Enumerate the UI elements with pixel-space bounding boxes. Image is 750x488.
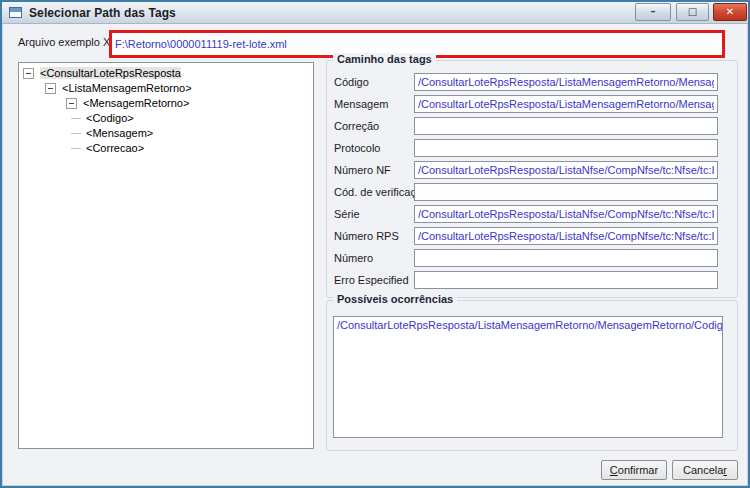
- window-title: Selecionar Path das Tags: [29, 6, 176, 20]
- field-label-correcao: Correção: [334, 120, 379, 132]
- close-button[interactable]: ✕: [713, 3, 747, 21]
- group-caminho-das-tags: Caminho das tags Código Mensagem Correçã…: [326, 60, 738, 298]
- tree-item[interactable]: <Mensagem>: [19, 126, 313, 141]
- minimize-button[interactable]: –: [635, 3, 671, 21]
- tree-item-label: <MensagemRetorno>: [83, 97, 189, 109]
- tree-item-label: <Mensagem>: [86, 127, 153, 139]
- field-label-codigo: Código: [334, 76, 369, 88]
- title-bar[interactable]: Selecionar Path das Tags – □ ✕: [2, 2, 748, 24]
- dialog-selecionar-path-das-tags: Selecionar Path das Tags – □ ✕ Arquivo e…: [0, 0, 750, 488]
- field-label-serie: Série: [334, 208, 360, 220]
- collapse-icon[interactable]: [23, 68, 34, 79]
- field-protocolo[interactable]: [414, 139, 718, 157]
- tree-item-label: <Correcao>: [86, 142, 144, 154]
- collapse-icon[interactable]: [45, 83, 56, 94]
- tree-item[interactable]: <Codigo>: [19, 111, 313, 126]
- cancelar-button[interactable]: Cancelar: [672, 460, 738, 480]
- tree-connector: [71, 118, 81, 119]
- tree-connector: [71, 133, 81, 134]
- field-erro-especified[interactable]: [414, 271, 718, 289]
- field-mensagem[interactable]: [414, 95, 718, 113]
- field-label-protocolo: Protocolo: [334, 142, 380, 154]
- tree-item[interactable]: <ConsultarLoteRpsResposta: [19, 66, 313, 81]
- tree-item-label: <ConsultarLoteRpsResposta: [40, 67, 181, 79]
- tree-item-label: <Codigo>: [86, 112, 134, 124]
- ocorrencias-listbox[interactable]: /ConsultarLoteRpsResposta/ListaMensagemR…: [333, 316, 723, 438]
- field-label-numero-rps: Número RPS: [334, 230, 399, 242]
- arquivo-exemplo-xml-input[interactable]: [112, 33, 722, 55]
- group-title: Possíveis ocorrências: [333, 293, 457, 305]
- field-label-erro-especified: Erro Especified: [334, 274, 409, 286]
- group-title: Caminho das tags: [333, 53, 436, 65]
- field-label-numero: Número: [334, 252, 373, 264]
- group-possiveis-ocorrencias: Possíveis ocorrências /ConsultarLoteRpsR…: [326, 300, 738, 451]
- field-numero[interactable]: [414, 249, 718, 267]
- field-label-mensagem: Mensagem: [334, 98, 388, 110]
- field-correcao[interactable]: [414, 117, 718, 135]
- field-cod-verificacao[interactable]: [414, 183, 718, 201]
- field-codigo[interactable]: [414, 73, 718, 91]
- field-serie[interactable]: [414, 205, 718, 223]
- field-label-numero-nf: Número NF: [334, 164, 391, 176]
- tree-item[interactable]: <ListaMensagemRetorno>: [19, 81, 313, 96]
- tree-item-label: <ListaMensagemRetorno>: [62, 82, 192, 94]
- window-icon: [9, 7, 22, 18]
- field-numero-rps[interactable]: [414, 227, 718, 245]
- tree-connector: [71, 148, 81, 149]
- maximize-button[interactable]: □: [676, 3, 709, 21]
- field-numero-nf[interactable]: [414, 161, 718, 179]
- occurrence-item[interactable]: /ConsultarLoteRpsResposta/ListaMensagemR…: [334, 317, 722, 331]
- xml-tree[interactable]: <ConsultarLoteRpsResposta <ListaMensagem…: [18, 62, 314, 449]
- confirmar-button[interactable]: Confirmar: [601, 460, 667, 480]
- collapse-icon[interactable]: [66, 98, 77, 109]
- tree-item[interactable]: <MensagemRetorno>: [19, 96, 313, 111]
- tree-item[interactable]: <Correcao>: [19, 141, 313, 156]
